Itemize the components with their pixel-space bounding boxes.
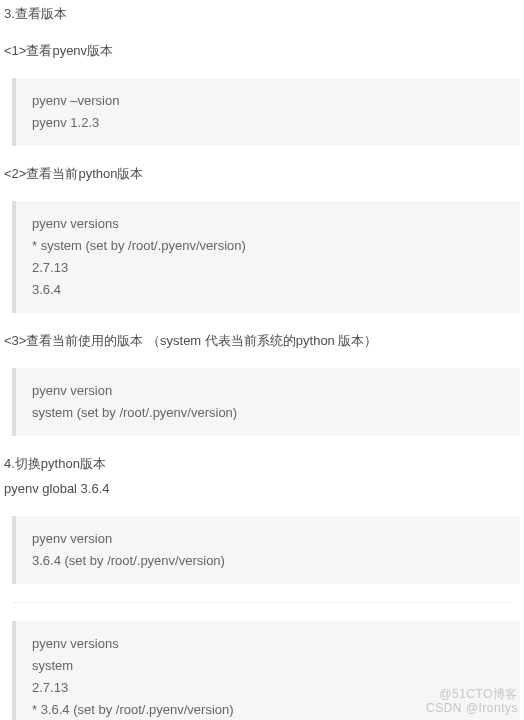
code-line: 3.6.4 — [32, 279, 504, 301]
section-3-sub3: <3>查看当前使用的版本 （system 代表当前系统的python 版本） — [4, 331, 520, 352]
code-line: pyenv –version — [32, 90, 504, 112]
code-line: 2.7.13 — [32, 257, 504, 279]
section-4-title: 4.切换python版本 — [4, 454, 520, 475]
section-3-sub1: <1>查看pyenv版本 — [4, 41, 520, 62]
code-line: 2.7.13 — [32, 677, 504, 699]
divider — [12, 602, 512, 603]
code-line: 3.6.4 (set by /root/.pyenv/version) — [32, 550, 504, 572]
code-block-2: pyenv versions * system (set by /root/.p… — [12, 201, 520, 313]
code-line: * 3.6.4 (set by /root/.pyenv/version) — [32, 699, 504, 720]
code-line: system (set by /root/.pyenv/version) — [32, 402, 504, 424]
code-block-4: pyenv version 3.6.4 (set by /root/.pyenv… — [12, 516, 520, 584]
code-line: pyenv versions — [32, 633, 504, 655]
code-line: pyenv version — [32, 380, 504, 402]
code-block-1: pyenv –version pyenv 1.2.3 — [12, 78, 520, 146]
section-4-command: pyenv global 3.6.4 — [4, 479, 520, 500]
code-line: system — [32, 655, 504, 677]
section-3-title: 3.查看版本 — [4, 4, 520, 25]
document-content: 3.查看版本 <1>查看pyenv版本 pyenv –version pyenv… — [0, 0, 524, 720]
code-block-3: pyenv version system (set by /root/.pyen… — [12, 368, 520, 436]
code-line: * system (set by /root/.pyenv/version) — [32, 235, 504, 257]
code-line: pyenv version — [32, 528, 504, 550]
code-line: pyenv 1.2.3 — [32, 112, 504, 134]
code-line: pyenv versions — [32, 213, 504, 235]
section-3-sub2: <2>查看当前python版本 — [4, 164, 520, 185]
code-block-5: pyenv versions system 2.7.13 * 3.6.4 (se… — [12, 621, 520, 720]
